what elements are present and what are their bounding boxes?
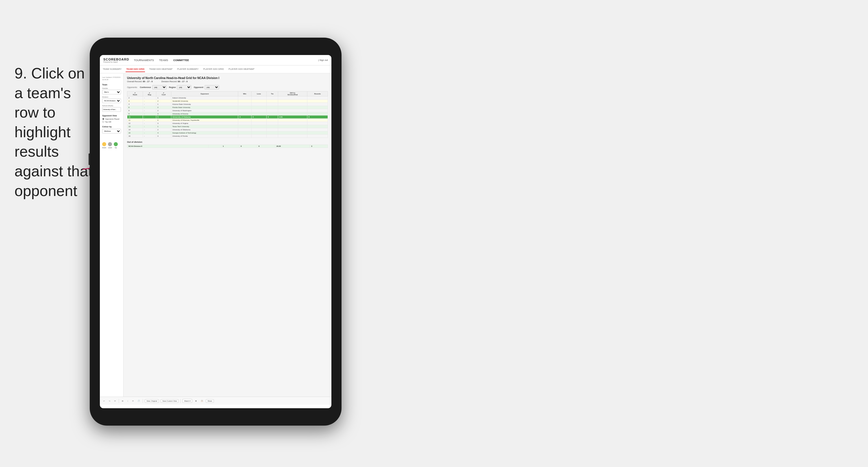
cell-value bbox=[238, 112, 251, 116]
sub-nav-team-h2h-grid[interactable]: TEAM H2H GRID bbox=[126, 66, 145, 72]
cell-value bbox=[307, 112, 328, 116]
col-win: Win bbox=[238, 91, 251, 96]
cell-value bbox=[267, 125, 278, 128]
cell-value bbox=[267, 122, 278, 125]
toolbar-grid[interactable]: ⊞ bbox=[121, 399, 124, 403]
toolbar-refresh[interactable]: ⟳ bbox=[131, 399, 135, 403]
cell-value bbox=[278, 103, 307, 106]
table-row[interactable]: 12-3University of Virginia bbox=[127, 122, 328, 125]
table-body: 2-1Auburn University3-2Vanderbilt Univer… bbox=[127, 96, 328, 138]
cell-value bbox=[267, 119, 278, 122]
cell-opponent: Georgia Institute of Technology bbox=[171, 132, 238, 135]
nav-sign-out[interactable]: | Sign out bbox=[318, 59, 328, 61]
cell-value: 1 bbox=[156, 125, 172, 128]
table-row[interactable]: 16-3University of Florida bbox=[127, 135, 328, 138]
toolbar-undo[interactable]: ↩ bbox=[102, 399, 106, 403]
cell-value bbox=[251, 112, 266, 116]
cell-value: 14 bbox=[127, 128, 143, 132]
cell-value: 8 bbox=[127, 109, 143, 112]
overall-record-label: Overall Record: 89 - 17 - 0 bbox=[127, 80, 153, 83]
tablet-shell: SCOREBOARD Powered by clippd TOURNAMENTS… bbox=[90, 38, 342, 426]
cell-value bbox=[278, 119, 307, 122]
cell-value: - bbox=[143, 122, 156, 125]
cell-value: 0 bbox=[251, 116, 266, 119]
data-table: #Rank #Reg #Conf Opponent Win Loss Tie D… bbox=[127, 91, 328, 138]
radio-opponents-played[interactable]: Opponents Played bbox=[102, 118, 121, 120]
toolbar-save-custom[interactable]: Save Custom View bbox=[161, 399, 179, 403]
filter-row: Opponents: Conference (All) Region (All) bbox=[127, 85, 328, 89]
toolbar-view-original[interactable]: View: Original bbox=[145, 399, 159, 403]
cell-value: 2 bbox=[156, 128, 172, 132]
cell-value bbox=[267, 99, 278, 103]
cell-value: 6 bbox=[156, 119, 172, 122]
cell-value bbox=[278, 106, 307, 109]
cell-opponent: University of Washington bbox=[171, 109, 238, 112]
cell-value bbox=[238, 122, 251, 125]
cell-value: 3 bbox=[238, 116, 251, 119]
table-row[interactable]: 11-6University of Arkansas, Fayetteville bbox=[127, 119, 328, 122]
toolbar-reset[interactable]: ⟳ bbox=[113, 399, 117, 403]
cell-value bbox=[307, 125, 328, 128]
table-row[interactable]: 4-1Arizona State University bbox=[127, 103, 328, 106]
table-row[interactable]: 11-5University of Alabama3002.618 bbox=[127, 116, 328, 119]
table-row[interactable]: 6-2Florida State University bbox=[127, 106, 328, 109]
toolbar-share[interactable]: Share bbox=[206, 399, 214, 403]
division-record-label: Division Record: 88 - 17 - 0 bbox=[161, 80, 188, 83]
region-select[interactable]: (All) bbox=[177, 85, 191, 89]
sidebar-gender-select[interactable]: Men's bbox=[102, 90, 121, 94]
cell-value: 11 bbox=[127, 116, 143, 119]
cell-opponent: University of Arkansas, Fayetteville bbox=[171, 119, 238, 122]
opponents-filter-label: Opponents: bbox=[127, 86, 137, 88]
colour-by-select[interactable]: Win/loss bbox=[102, 129, 121, 134]
table-row[interactable]: 9-3University of Arizona bbox=[127, 112, 328, 116]
cell-value bbox=[238, 99, 251, 103]
cell-value bbox=[278, 99, 307, 103]
nav-teams[interactable]: TEAMS bbox=[159, 58, 168, 63]
cell-value bbox=[278, 109, 307, 112]
nav-tournaments[interactable]: TOURNAMENTS bbox=[134, 58, 154, 63]
col-conf: #Conf bbox=[156, 91, 172, 96]
cell-value bbox=[238, 96, 251, 99]
cell-value: 4 bbox=[156, 132, 172, 135]
sidebar-division-select[interactable]: NCAA Division I bbox=[102, 98, 121, 103]
nav-committee[interactable]: COMMITTEE bbox=[174, 58, 189, 63]
legend-dot-up bbox=[114, 142, 118, 146]
table-row[interactable]: 2-1Auburn University bbox=[127, 96, 328, 99]
table-row[interactable]: 3-2Vanderbilt University bbox=[127, 99, 328, 103]
table-row[interactable]: 8-2University of Washington bbox=[127, 109, 328, 112]
sub-nav-player-h2h-heatmap[interactable]: PLAYER H2H HEATMAP bbox=[228, 66, 255, 72]
sub-nav-player-h2h-grid[interactable]: PLAYER H2H GRID bbox=[203, 66, 224, 72]
ood-loss: 0 bbox=[239, 145, 257, 148]
toolbar-watch[interactable]: Watch ▾ bbox=[182, 399, 192, 403]
conference-select[interactable]: (All) bbox=[152, 85, 167, 89]
cell-value bbox=[307, 132, 328, 135]
toolbar-clock[interactable]: 🕐 bbox=[136, 399, 141, 403]
cell-value: 11 bbox=[127, 119, 143, 122]
opponent-select[interactable]: (All) bbox=[205, 85, 219, 89]
table-row[interactable]: 15-4Georgia Institute of Technology bbox=[127, 132, 328, 135]
toolbar-icon1[interactable]: 🖥 bbox=[194, 400, 198, 403]
radio-top100[interactable]: Top 100 bbox=[102, 121, 121, 123]
sidebar-school-box[interactable]: University of Nort... bbox=[102, 107, 121, 112]
sub-nav-player-summary[interactable]: PLAYER SUMMARY bbox=[177, 66, 199, 72]
cell-value: - bbox=[143, 135, 156, 138]
out-of-division-table: NCAA Division II 1 0 0 26.00 3 bbox=[127, 144, 328, 148]
cell-value bbox=[267, 135, 278, 138]
toolbar-redo[interactable]: ↪ bbox=[108, 399, 112, 403]
cell-opponent: Arizona State University bbox=[171, 103, 238, 106]
out-of-division-row[interactable]: NCAA Division II 1 0 0 26.00 3 bbox=[127, 145, 328, 148]
cell-value: 0 bbox=[267, 116, 278, 119]
cell-value: 15 bbox=[127, 132, 143, 135]
cell-value bbox=[238, 103, 251, 106]
toolbar-expand[interactable]: ↕ bbox=[126, 400, 129, 403]
sub-nav-team-summary[interactable]: TEAM SUMMARY bbox=[102, 66, 122, 72]
cell-value bbox=[238, 125, 251, 128]
cell-value bbox=[238, 109, 251, 112]
cell-value bbox=[307, 128, 328, 132]
sub-nav-team-h2h-heatmap[interactable]: TEAM H2H HEATMAP bbox=[149, 66, 173, 72]
cell-value bbox=[307, 106, 328, 109]
toolbar-icon2[interactable]: 📋 bbox=[200, 399, 204, 403]
toolbar-sep3 bbox=[180, 399, 181, 403]
table-row[interactable]: 14-2University of Oklahoma bbox=[127, 128, 328, 132]
table-row[interactable]: 13-1Texas Tech University bbox=[127, 125, 328, 128]
